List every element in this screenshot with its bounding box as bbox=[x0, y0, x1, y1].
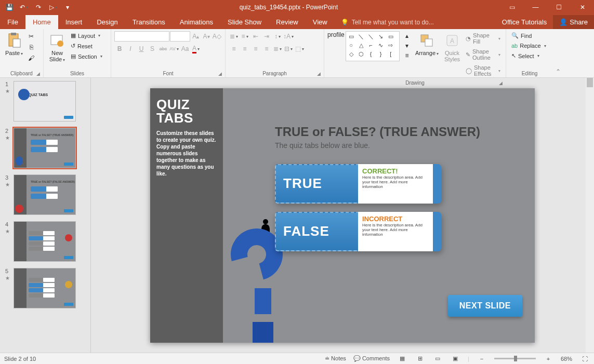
numbering-button[interactable]: ≡▾ bbox=[240, 31, 250, 42]
shape-rect2-icon[interactable]: ▭ bbox=[387, 33, 395, 40]
zoom-out-button[interactable]: − bbox=[477, 355, 487, 363]
next-slide-button[interactable]: NEXT SLIDE bbox=[448, 295, 522, 317]
shape-tri-icon[interactable]: △ bbox=[357, 42, 365, 49]
thumbnail-4[interactable]: 4 ★ bbox=[0, 218, 90, 265]
align-center-button[interactable]: ≡ bbox=[240, 44, 250, 54]
tab-transitions[interactable]: Transitions bbox=[125, 15, 173, 29]
clipboard-dialog-launcher[interactable]: ◢ bbox=[36, 71, 40, 76]
shape-line2-icon[interactable]: ＼ bbox=[367, 33, 375, 40]
shapes-more-down[interactable]: ▾ bbox=[402, 41, 412, 50]
shape-curve-icon[interactable]: ∿ bbox=[377, 42, 385, 49]
shape-brace2-icon[interactable]: } bbox=[377, 50, 385, 58]
question-title[interactable]: TRUE or FALSE? (TRUE ANSWER) bbox=[275, 125, 480, 139]
copy-button[interactable]: ⎘ bbox=[26, 42, 36, 52]
shape-line-icon[interactable]: ＼ bbox=[357, 33, 365, 40]
paste-button[interactable]: Paste▾ bbox=[3, 31, 25, 58]
change-case-button[interactable]: Aa bbox=[180, 44, 190, 54]
vertical-scrollbar[interactable] bbox=[586, 78, 594, 353]
slide-thumbnails-panel[interactable]: 1 ★ QUIZ TABS 2 ★ TRUE or FALSE? (TRUE A… bbox=[0, 78, 91, 353]
decrease-font-button[interactable]: A▾ bbox=[201, 31, 211, 42]
maximize-button[interactable]: ☐ bbox=[547, 0, 571, 15]
shape-elbow-icon[interactable]: ⌐ bbox=[367, 42, 375, 49]
increase-font-button[interactable]: A▴ bbox=[191, 31, 201, 42]
shape-star-icon[interactable]: ☆ bbox=[347, 59, 355, 61]
chevron-down-icon[interactable]: ▾ bbox=[55, 5, 57, 10]
slide-editor[interactable]: QUIZ TABS Customize these slides to crea… bbox=[150, 88, 535, 343]
slide-counter[interactable]: Slide 2 of 10 bbox=[4, 356, 36, 362]
thumbnail-3[interactable]: 3 ★ TRUE or FALSE? (FALSE ANSWER) bbox=[0, 171, 90, 218]
font-dialog-launcher[interactable]: ◢ bbox=[218, 71, 222, 76]
layout-button[interactable]: ▦Layout▾ bbox=[69, 31, 104, 40]
thumbnail-5[interactable]: 5 ★ bbox=[0, 265, 90, 312]
quick-styles-button[interactable]: A Quick Styles bbox=[442, 31, 463, 63]
tab-insert[interactable]: Insert bbox=[58, 15, 90, 29]
reset-button[interactable]: ↺Reset bbox=[69, 42, 104, 50]
fit-to-window-button[interactable]: ⛶ bbox=[579, 355, 590, 363]
paragraph-dialog-launcher[interactable]: ◢ bbox=[317, 71, 321, 76]
question-subtitle[interactable]: The quiz tabs below are blue. bbox=[275, 141, 370, 150]
answer-tab-false[interactable]: FALSE INCORRECT Here is the description … bbox=[275, 212, 441, 251]
align-left-button[interactable]: ≡ bbox=[229, 44, 239, 54]
shape-oval-icon[interactable]: ○ bbox=[347, 42, 355, 49]
shape-diamond-icon[interactable]: ◇ bbox=[347, 50, 355, 58]
italic-button[interactable]: I bbox=[125, 44, 136, 54]
customize-qat-button[interactable]: ▾ bbox=[61, 1, 74, 14]
char-spacing-button[interactable]: AV▾ bbox=[169, 44, 179, 54]
thumbnail-1[interactable]: 1 ★ QUIZ TABS bbox=[0, 78, 90, 125]
bullets-button[interactable]: ≣▾ bbox=[229, 31, 239, 42]
font-family-combo[interactable] bbox=[114, 31, 169, 42]
justify-button[interactable]: ≡ bbox=[261, 44, 272, 54]
new-slide-button[interactable]: New Slide▾ bbox=[47, 31, 68, 64]
thumbnail-2[interactable]: 2 ★ TRUE or FALSE? (TRUE ANSWER) bbox=[0, 125, 90, 171]
zoom-level[interactable]: 68% bbox=[561, 356, 572, 362]
cut-button[interactable]: ✂ bbox=[26, 31, 36, 42]
zoom-in-button[interactable]: + bbox=[543, 355, 553, 363]
shape-arrow2-icon[interactable]: ⇨ bbox=[387, 42, 395, 49]
file-tab[interactable]: File bbox=[0, 15, 25, 29]
shape-fill-button[interactable]: ◔Shape Fill▾ bbox=[464, 31, 503, 46]
format-painter-button[interactable]: 🖌 bbox=[26, 53, 36, 63]
shape-callout-icon[interactable]: ◻ bbox=[367, 59, 375, 61]
shape-effects-button[interactable]: ◯Shape Effects▾ bbox=[464, 63, 503, 78]
shape-bracket-icon[interactable]: [ bbox=[387, 50, 395, 58]
thumbnail-preview[interactable] bbox=[14, 268, 76, 308]
bold-button[interactable]: B bbox=[114, 44, 125, 54]
tab-slide-show[interactable]: Slide Show bbox=[220, 15, 269, 29]
redo-button[interactable]: ↷ bbox=[32, 1, 45, 14]
zoom-slider-handle[interactable] bbox=[514, 356, 517, 361]
scrollbar-thumb[interactable] bbox=[587, 78, 593, 87]
shape-outline-button[interactable]: ✎Shape Outline▾ bbox=[464, 47, 503, 62]
tell-me-search[interactable]: 💡Tell me what you want to do... bbox=[335, 16, 440, 29]
chevron-down-icon[interactable]: ▾ bbox=[63, 58, 65, 62]
save-button[interactable]: 💾 bbox=[3, 1, 16, 14]
select-button[interactable]: ↖Select▾ bbox=[509, 51, 548, 60]
chevron-down-icon[interactable]: ▾ bbox=[26, 5, 28, 10]
tab-review[interactable]: Review bbox=[269, 15, 306, 29]
thumbnail-preview[interactable]: QUIZ TABS bbox=[14, 81, 76, 122]
strikethrough-button[interactable]: abc bbox=[158, 44, 168, 54]
align-text-button[interactable]: ⊟▾ bbox=[283, 44, 294, 54]
thumbnail-preview[interactable]: TRUE or FALSE? (TRUE ANSWER) bbox=[14, 128, 76, 168]
thumbnail-preview[interactable]: TRUE or FALSE? (FALSE ANSWER) bbox=[14, 174, 76, 215]
share-button[interactable]: 👤Share bbox=[553, 15, 594, 29]
slide-sorter-button[interactable]: ⊞ bbox=[415, 355, 425, 363]
shapes-gallery[interactable]: ▭＼＼↘▭○ △⌐∿⇨◇⬡ {}[☆✦◻ bbox=[346, 31, 400, 61]
shapes-more-button[interactable]: ▴ bbox=[402, 31, 412, 41]
notes-button[interactable]: ≐ Notes bbox=[325, 355, 346, 362]
shapes-expand-button[interactable]: ≡ bbox=[402, 51, 412, 60]
comments-button[interactable]: 💬 Comments bbox=[353, 355, 390, 362]
shape-brace-icon[interactable]: { bbox=[367, 50, 375, 58]
line-spacing-button[interactable]: ↕▾ bbox=[272, 31, 283, 42]
undo-button[interactable]: ↶▾ bbox=[18, 1, 30, 14]
ribbon-display-options-button[interactable]: ▭ bbox=[500, 0, 524, 15]
replace-button[interactable]: abReplace▾ bbox=[509, 42, 548, 50]
close-button[interactable]: ✕ bbox=[571, 0, 594, 15]
smartart-button[interactable]: ⬚▾ bbox=[294, 44, 305, 54]
answer-tab-true[interactable]: TRUE CORRECT! Here is the description ar… bbox=[275, 164, 441, 204]
shape-star2-icon[interactable]: ✦ bbox=[357, 59, 365, 61]
increase-indent-button[interactable]: ⇥ bbox=[261, 31, 272, 42]
slide-side-panel[interactable]: QUIZ TABS Customize these slides to crea… bbox=[150, 88, 223, 343]
slideshow-view-button[interactable]: ▣ bbox=[450, 355, 460, 363]
decrease-indent-button[interactable]: ⇤ bbox=[250, 31, 261, 42]
slide-canvas-pane[interactable]: QUIZ TABS Customize these slides to crea… bbox=[91, 78, 594, 353]
